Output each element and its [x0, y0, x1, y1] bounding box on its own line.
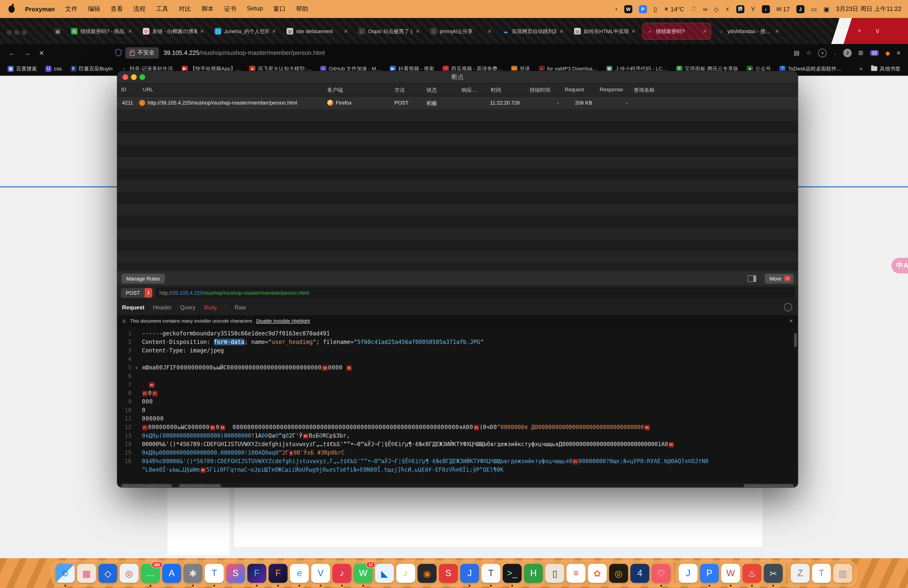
dock-checklist-app[interactable]: ≡ — [567, 564, 586, 583]
wechat-status-icon[interactable]: ✉17 — [776, 5, 790, 13]
editor-tab-raw[interactable]: Raw — [235, 304, 246, 311]
close-tab-icon[interactable]: ✕ — [775, 28, 779, 34]
weather-status[interactable]: ☀14°C — [663, 5, 684, 13]
column-header-3[interactable]: 方法 — [394, 87, 405, 93]
requests-table-header[interactable]: IDURL客户端方法状态响应…时间持续时间RequestResponse查询名称 — [117, 84, 798, 97]
close-tab-icon[interactable]: ✕ — [128, 28, 132, 34]
menu-item-4[interactable]: 工具 — [156, 5, 168, 13]
tab-youlian-blog[interactable]: ✿友链 - 白帽酱の博客✕ — [139, 23, 208, 40]
display-status-icon[interactable]: ▭ — [811, 5, 817, 13]
proxyman-status-icon[interactable]: P — [639, 5, 647, 13]
dock-netease-music[interactable]: ♪ — [332, 564, 351, 583]
dock-wireshark[interactable]: ◣ — [375, 564, 394, 583]
applecore-status-icon[interactable]: ♡ — [691, 5, 696, 13]
app-menu-title[interactable]: Proxyman — [25, 5, 55, 13]
tab-html-redirect[interactable]: ▤如何在HTML中实现重…✕ — [570, 23, 639, 40]
dock-messages[interactable]: …380 — [141, 564, 160, 583]
tab-guess-password-product[interactable]: N猜猜新密码? - 商品…✕ — [67, 23, 136, 40]
pinyin-input-status-icon[interactable]: 拼 — [736, 5, 744, 13]
dock-finder[interactable]: ☺ — [56, 564, 75, 583]
dock-firefox[interactable]: F — [269, 564, 288, 583]
dock-firefox-developer[interactable]: F — [247, 564, 266, 583]
proxyman-title-bar[interactable]: 断点 — [117, 71, 798, 84]
dock-system-settings[interactable]: ✱ — [184, 564, 203, 583]
tab-oops-hacked[interactable]: □Oops! 站点被黑了 (·_·)✕ — [355, 23, 424, 40]
battery-status-icon[interactable]: ⚡ — [725, 5, 729, 13]
execute-button[interactable]: Execute ⌘↩ ∨ — [744, 484, 794, 487]
menu-item-2[interactable]: 查看 — [111, 5, 123, 13]
j-extension-icon[interactable]: J — [843, 48, 852, 57]
window-minimize-button[interactable] — [14, 30, 19, 35]
dock-blender[interactable]: ◉ — [418, 564, 436, 583]
dock-utility-app[interactable]: ✂ — [764, 564, 783, 583]
y-app-status-icon[interactable]: Y — [751, 5, 755, 13]
toggle-panel-icon[interactable] — [748, 275, 756, 282]
manage-rules-button[interactable]: Manage Rules — [121, 273, 165, 284]
translate-float-button[interactable]: 中A — [892, 258, 908, 274]
continue-button[interactable]: Continue ⌘ . ∨ — [121, 484, 172, 487]
menu-hamburger-icon[interactable]: ≡ — [897, 49, 900, 56]
menu-item-8[interactable]: Setup — [247, 5, 263, 13]
column-header-7[interactable]: 持续时间 — [530, 87, 551, 93]
close-tab-icon[interactable]: ✕ — [344, 28, 348, 34]
request-body-editor[interactable]: 1------geckoformboundary35150c66e1deec9d… — [117, 326, 798, 482]
minimize-button[interactable] — [131, 74, 137, 80]
close-tab-icon[interactable]: ✕ — [200, 28, 204, 34]
pinned-tab[interactable]: ▣ — [51, 23, 64, 40]
close-tab-icon[interactable]: ✕ — [416, 28, 420, 34]
column-header-9[interactable]: Response — [600, 87, 623, 92]
music-status-icon[interactable]: ♪ — [761, 5, 770, 13]
stack-status-icon[interactable]: ▣ — [823, 5, 829, 13]
menu-item-1[interactable]: 编辑 — [88, 5, 100, 13]
column-header-6[interactable]: 时间 — [491, 87, 501, 93]
dock-vscode[interactable]: V — [311, 564, 330, 583]
editor-tab-body[interactable]: Body — [204, 304, 217, 311]
metamask-fox-icon[interactable]: ◆ — [885, 49, 890, 56]
dock-photos[interactable]: ✿ — [588, 564, 607, 583]
close-tab-icon[interactable]: ✕ — [631, 28, 636, 34]
menu-item-0[interactable]: 文件 — [65, 5, 77, 13]
bookmark-buyin[interactable]: B巨量百应Buyin — [70, 65, 113, 72]
menu-bar-clock[interactable]: 3月23日 周日 上午11:22 — [836, 5, 902, 13]
disable-highlight-link[interactable]: Disable Invisible Highlight — [256, 318, 310, 323]
dock-gold-circle-app[interactable]: ◎ — [609, 564, 628, 583]
editor-tab-request[interactable]: Request — [122, 304, 145, 311]
pocket-icon[interactable]: ∨ — [818, 48, 827, 57]
bookmark-baidu[interactable]: ▦百度搜索 — [8, 65, 37, 72]
back-button[interactable]: ← — [8, 49, 15, 56]
more-button[interactable]: More ∨ — [764, 273, 794, 284]
clipboard-status-icon[interactable]: ▯ — [654, 5, 657, 13]
dock-wps-office[interactable]: W — [721, 564, 740, 583]
request-url-field[interactable]: http://39.105.4.225/niushop/niushop-mast… — [156, 288, 794, 298]
dock-h-app[interactable]: H — [524, 564, 543, 583]
dock-iterm[interactable]: >_ — [503, 564, 522, 583]
tab-juneha-space[interactable]: ▢Juneha_的个人空间-✕ — [211, 23, 280, 40]
extensions-puzzle-icon[interactable]: ⊞ — [858, 49, 863, 56]
tab-auto-redirect[interactable]: ☁实现网页自动跳到其他…✕ — [499, 23, 568, 40]
dismiss-warning-button[interactable]: ✕ — [789, 318, 793, 323]
dock-edge[interactable]: e — [290, 564, 309, 583]
bookmark-star-icon[interactable]: ☆ — [806, 49, 811, 56]
close-tab-icon[interactable]: ✕ — [703, 28, 707, 34]
column-header-4[interactable]: 状态 — [427, 87, 437, 93]
apple-menu-icon[interactable] — [8, 5, 14, 13]
bookmark-css[interactable]: Ucss — [45, 65, 62, 72]
other-bookmarks-button[interactable]: 其他书签 — [871, 65, 900, 72]
dock-blue-4-app[interactable]: 4 — [630, 564, 649, 583]
window-zoom-button[interactable] — [22, 30, 27, 35]
fold-icon[interactable]: ∨ — [135, 363, 142, 372]
request-table-row[interactable]: 4211 ↑ http://39.105.4.225/niushop/niush… — [117, 97, 798, 109]
column-header-8[interactable]: Request — [565, 87, 584, 92]
dock-wechat[interactable]: W17 — [354, 564, 373, 583]
reader-view-icon[interactable]: ▤ — [794, 49, 800, 56]
column-header-5[interactable]: 响应… — [462, 87, 477, 93]
editor-tab-header[interactable]: Header — [153, 304, 172, 311]
method-select[interactable]: POST ▲▼ — [121, 288, 152, 297]
column-header-1[interactable]: URL — [143, 87, 153, 92]
dock-js-doc-app[interactable]: J — [679, 564, 697, 583]
tab-yilishifandax-search[interactable]: ○yilishifandax - 搜…✕ — [714, 23, 783, 40]
close-tab-icon[interactable]: ✕ — [488, 28, 492, 34]
list-tabs-button[interactable]: ∨ — [875, 26, 880, 35]
dock-app-store[interactable]: A — [162, 564, 181, 583]
dock-safari[interactable]: ◎ — [120, 564, 138, 583]
